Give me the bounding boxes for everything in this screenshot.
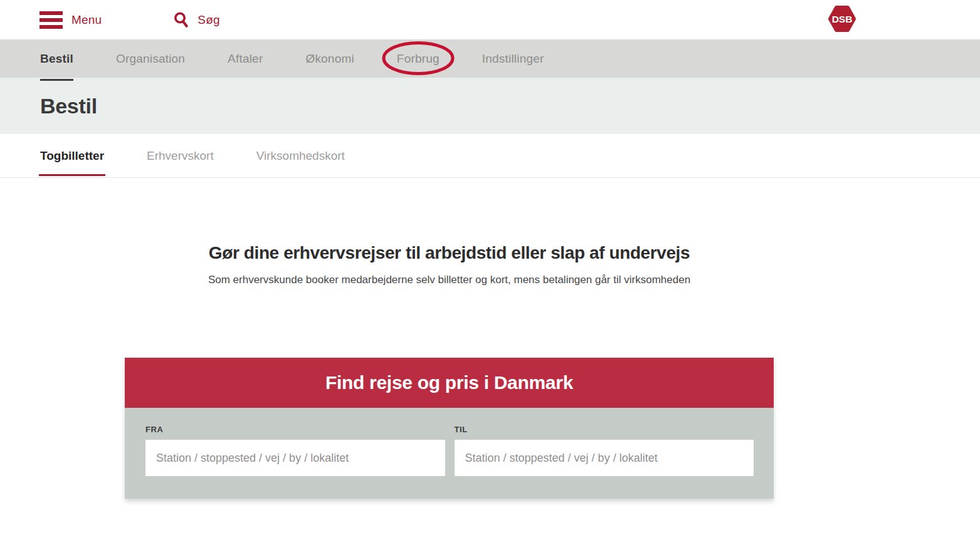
dsb-logo[interactable]: DSB (828, 5, 856, 33)
tab-erhvervskort[interactable]: Erhvervskort (147, 134, 214, 177)
sub-tabbar: Togbilletter Erhvervskort Virksomhedskor… (0, 134, 980, 178)
tab-virksomhedskort[interactable]: Virksomhedskort (256, 134, 345, 177)
to-field-group: TIL (455, 425, 754, 476)
page-title: Bestil (40, 94, 97, 118)
to-field-label: TIL (455, 425, 754, 434)
menu-button[interactable]: Menu (40, 11, 102, 29)
nav-item-organisation[interactable]: Organisation (116, 52, 185, 66)
from-field-group: FRA (145, 425, 445, 476)
from-station-input[interactable] (145, 440, 445, 476)
from-field-label: FRA (145, 425, 445, 434)
svg-text:DSB: DSB (832, 14, 853, 24)
to-station-input[interactable] (455, 440, 754, 476)
tab-togbilletter[interactable]: Togbilletter (40, 134, 104, 177)
hamburger-icon (40, 11, 63, 29)
journey-search-form: FRA TIL (125, 408, 774, 499)
dsb-erhverv-portal: Menu Søg DSB Bestil Organisation (0, 0, 980, 545)
nav-item-okonomi[interactable]: Økonomi (305, 52, 354, 66)
menu-label: Menu (71, 13, 102, 27)
search-icon (174, 11, 189, 28)
nav-item-indstillinger[interactable]: Indstillinger (482, 52, 544, 66)
main-navigation: Bestil Organisation Aftaler Økonomi Forb… (0, 39, 980, 78)
main-content: Gør dine erhvervsrejser til arbejdstid e… (0, 243, 980, 499)
journey-search-card: Find rejse og pris i Danmark FRA TIL (125, 358, 774, 499)
search-label: Søg (198, 13, 219, 27)
search-button[interactable]: Søg (174, 11, 219, 28)
journey-search-title: Find rejse og pris i Danmark (325, 372, 573, 393)
intro-heading: Gør dine erhvervsrejser til arbejdstid e… (125, 243, 774, 263)
page-title-band: Bestil (0, 78, 980, 134)
nav-item-aftaler[interactable]: Aftaler (228, 52, 263, 66)
nav-item-forbrug[interactable]: Forbrug (397, 52, 440, 66)
topbar: Menu Søg DSB (0, 0, 980, 39)
journey-search-banner: Find rejse og pris i Danmark (125, 358, 774, 408)
nav-item-bestil[interactable]: Bestil (40, 52, 73, 66)
intro-subheading: Som erhvervskunde booker medarbejderne s… (125, 274, 774, 286)
